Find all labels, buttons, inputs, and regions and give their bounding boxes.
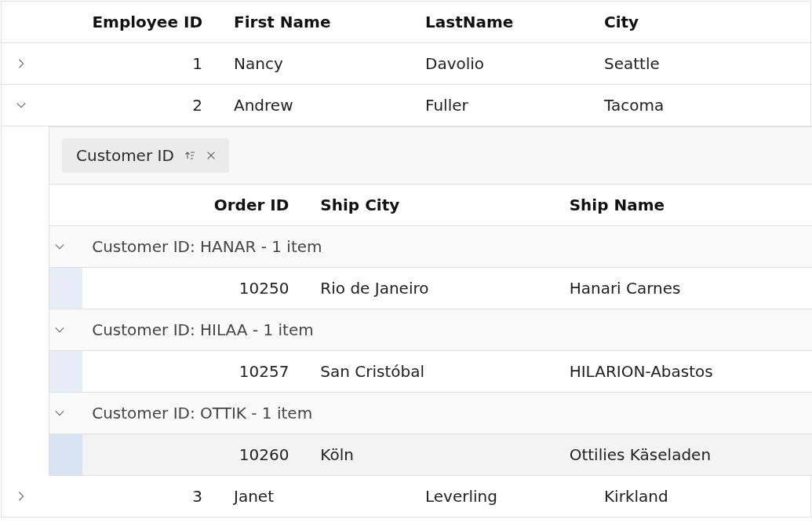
- cell-last-name: Fuller: [416, 85, 595, 126]
- detail-expand-col-header: [49, 185, 82, 226]
- expand-col-header: [2, 2, 49, 43]
- col-order-id[interactable]: Order ID: [82, 185, 311, 226]
- col-ship-city[interactable]: Ship City: [311, 185, 559, 226]
- cell-last-name: Davolio: [416, 43, 595, 85]
- cell-last-name: Leverling: [416, 476, 595, 517]
- group-caption-suffix: - 1 item: [256, 237, 322, 256]
- expand-toggle[interactable]: [2, 85, 49, 126]
- group-caption-key: HANAR: [200, 237, 256, 256]
- detail-grid: Customer ID: [49, 126, 812, 476]
- detail-data-row[interactable]: 10250 Rio de Janeiro Hanari Carnes: [49, 268, 812, 309]
- group-caption-prefix: Customer ID:: [92, 237, 200, 256]
- detail-row-container: Customer ID: [2, 126, 812, 477]
- sort-ascending-icon[interactable]: [184, 149, 196, 162]
- group-caption-prefix: Customer ID:: [92, 404, 200, 422]
- group-drop-area[interactable]: Customer ID: [49, 127, 812, 185]
- cell-employee-id: 2: [49, 85, 224, 126]
- expand-toggle[interactable]: [2, 476, 49, 517]
- col-employee-id[interactable]: Employee ID: [49, 2, 224, 43]
- master-row[interactable]: 1 Nancy Davolio Seattle: [2, 43, 812, 85]
- detail-data-row[interactable]: 10257 San Cristóbal HILARION-Abastos: [49, 351, 812, 393]
- detail-header-row: Order ID Ship City Ship Name: [49, 185, 812, 226]
- cell-ship-name: HILARION-Abastos: [560, 351, 812, 393]
- group-chip-customer-id[interactable]: Customer ID: [62, 138, 229, 173]
- cell-order-id: 10260: [82, 434, 311, 476]
- group-header-row[interactable]: Customer ID: HILAA - 1 item: [49, 309, 812, 351]
- detail-data-row[interactable]: 10260 Köln Ottilies Käseladen: [49, 434, 812, 476]
- chevron-right-icon: [16, 58, 27, 69]
- cell-first-name: Nancy: [224, 43, 416, 85]
- group-caption-key: HILAA: [200, 320, 247, 339]
- cell-ship-name: Hanari Carnes: [560, 268, 812, 309]
- master-grid: Employee ID First Name LastName City 1 N…: [1, 1, 811, 518]
- group-header-row[interactable]: Customer ID: HANAR - 1 item: [49, 226, 812, 268]
- cell-order-id: 10257: [82, 351, 311, 393]
- group-caption-prefix: Customer ID:: [92, 320, 200, 339]
- cell-ship-name: Ottilies Käseladen: [560, 434, 812, 476]
- chevron-down-icon: [54, 408, 65, 419]
- group-caption-suffix: - 1 item: [246, 404, 312, 422]
- cell-city: Kirkland: [595, 476, 812, 517]
- group-caption: Customer ID: HANAR - 1 item: [82, 226, 812, 268]
- chevron-right-icon: [16, 491, 27, 502]
- cell-first-name: Janet: [224, 476, 416, 517]
- group-toggle[interactable]: [49, 393, 82, 434]
- group-header-row[interactable]: Customer ID: OTTIK - 1 item: [49, 393, 812, 434]
- master-row[interactable]: 2 Andrew Fuller Tacoma: [2, 85, 812, 126]
- expand-toggle[interactable]: [2, 43, 49, 85]
- cell-employee-id: 3: [49, 476, 224, 517]
- col-city[interactable]: City: [595, 2, 812, 43]
- group-caption-key: OTTIK: [200, 404, 246, 422]
- cell-first-name: Andrew: [224, 85, 416, 126]
- col-ship-name[interactable]: Ship Name: [560, 185, 812, 226]
- group-indent-cell: [49, 268, 82, 309]
- group-indent-cell: [49, 351, 82, 393]
- group-caption-suffix: - 1 item: [248, 320, 314, 339]
- col-last-name[interactable]: LastName: [416, 2, 595, 43]
- group-toggle[interactable]: [49, 309, 82, 351]
- chevron-down-icon: [54, 324, 65, 335]
- cell-order-id: 10250: [82, 268, 311, 309]
- group-chip-label: Customer ID: [76, 146, 174, 165]
- group-caption: Customer ID: HILAA - 1 item: [82, 309, 812, 351]
- col-first-name[interactable]: First Name: [224, 2, 416, 43]
- chevron-down-icon: [54, 241, 65, 252]
- group-toggle[interactable]: [49, 226, 82, 268]
- group-caption: Customer ID: OTTIK - 1 item: [82, 393, 812, 434]
- close-icon[interactable]: [206, 150, 217, 161]
- cell-ship-city: Rio de Janeiro: [311, 268, 559, 309]
- master-row[interactable]: 3 Janet Leverling Kirkland: [2, 476, 812, 517]
- cell-ship-city: San Cristóbal: [311, 351, 559, 393]
- cell-employee-id: 1: [49, 43, 224, 85]
- cell-ship-city: Köln: [311, 434, 559, 476]
- group-indent-cell: [49, 434, 82, 476]
- chevron-down-icon: [16, 100, 27, 111]
- cell-city: Tacoma: [595, 85, 812, 126]
- cell-city: Seattle: [595, 43, 812, 85]
- master-header-row: Employee ID First Name LastName City: [2, 2, 812, 43]
